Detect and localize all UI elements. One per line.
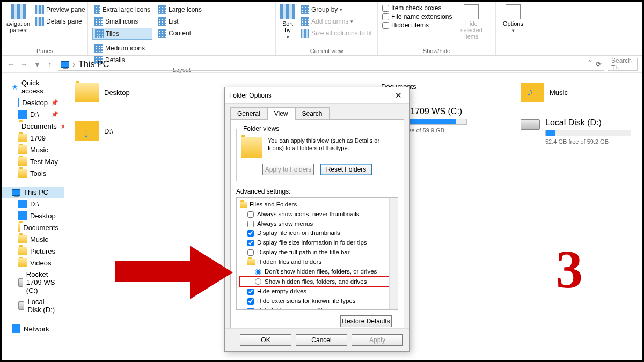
reset-folders-button[interactable]: Reset Folders	[320, 164, 372, 175]
qa-d-label: D:\	[30, 110, 39, 119]
cancel-button[interactable]: Cancel	[296, 334, 347, 346]
opt-hide-extensions-checkbox[interactable]	[247, 298, 254, 305]
opt-show-hidden[interactable]: Show hidden files, folders, and drives	[239, 276, 397, 288]
add-columns-button[interactable]: Add columns	[298, 16, 374, 27]
opt-hide-merge-conflicts[interactable]: Hide folder merge conflicts	[240, 306, 396, 310]
tree-root[interactable]: Files and Folders	[240, 200, 396, 210]
tab-general[interactable]: General	[230, 107, 267, 120]
opt-dont-show-hidden-radio[interactable]	[255, 269, 261, 275]
layout-extra-large[interactable]: Extra large icons	[92, 4, 152, 15]
search-box[interactable]: Search Th	[608, 58, 638, 71]
opt-hide-merge-conflicts-checkbox[interactable]	[247, 308, 254, 310]
options-icon	[506, 4, 521, 19]
back-button[interactable]: ←	[6, 60, 16, 69]
recent-locations-button[interactable]: ▾	[32, 60, 42, 69]
opt-hide-empty-drives[interactable]: Hide empty drives	[240, 287, 396, 297]
sidebar-pc-music[interactable]: Music	[2, 233, 64, 245]
sidebar-network[interactable]: Network	[2, 323, 64, 335]
restore-defaults-button[interactable]: Restore Defaults	[340, 315, 392, 327]
ok-button[interactable]: OK	[240, 334, 291, 346]
sidebar-qa-documents[interactable]: Documents📌	[2, 120, 64, 132]
opt-file-size-tips[interactable]: Display file size information in folder …	[240, 238, 396, 248]
forward-button[interactable]: →	[19, 60, 29, 69]
layout-tiles[interactable]: Tiles	[92, 28, 152, 40]
sidebar-qa-music[interactable]: Music	[2, 144, 64, 156]
sort-by-button[interactable]: Sort by	[280, 4, 295, 40]
sidebar-pc-rocket[interactable]: Rocket 1709 WS (C:)	[2, 269, 64, 296]
tile-music[interactable]: Music	[521, 83, 628, 102]
sidebar-pc-desktop[interactable]: Desktop	[2, 210, 64, 221]
sidebar-qa-desktop[interactable]: Desktop📌	[2, 97, 64, 108]
tab-search[interactable]: Search	[295, 107, 330, 120]
sidebar-qa-1709[interactable]: 1709	[2, 132, 64, 144]
qa-tools-label: Tools	[30, 169, 46, 178]
dialog-titlebar[interactable]: Folder Options ✕	[225, 87, 409, 104]
group-by-button[interactable]: Group by	[298, 4, 374, 15]
opt-file-icon-thumb[interactable]: Display file icon on thumbnails	[240, 228, 396, 238]
sidebar-pc-videos[interactable]: Videos	[2, 257, 64, 269]
tile-local-drive[interactable]: Local Disk (D:) 52.4 GB free of 59.2 GB	[521, 118, 631, 145]
opt-always-icons-checkbox[interactable]	[247, 211, 254, 218]
xl-label: Extra large icons	[103, 6, 150, 13]
list-label: List	[169, 18, 179, 25]
opt-always-icons[interactable]: Always show icons, never thumbnails	[240, 210, 396, 219]
navigation-pane-button[interactable]: avigation pane	[6, 4, 30, 33]
pc-videos-label: Videos	[30, 259, 52, 267]
opt-full-path-title-checkbox[interactable]	[247, 249, 254, 256]
sidebar-pc-pictures[interactable]: Pictures	[2, 245, 64, 257]
refresh-button[interactable]: ⟳	[596, 60, 602, 68]
sidebar-pc-local[interactable]: Local Disk (D:)	[2, 296, 64, 315]
up-button[interactable]: ↑	[45, 60, 55, 69]
preview-pane-button[interactable]: Preview pane	[33, 4, 87, 15]
lg-icon	[158, 5, 166, 14]
sidebar-qa-tools[interactable]: Tools	[2, 167, 64, 179]
options-button[interactable]: Options	[500, 4, 526, 33]
sidebar-pc-d[interactable]: D:\	[2, 198, 64, 210]
opt-hide-extensions-label: Hide extensions for known file types	[257, 297, 355, 306]
sidebar-pc-documents[interactable]: Documents	[2, 221, 64, 233]
navigation-sidebar: ★Quick access Desktop📌 D:\📌 Documents📌 1…	[2, 73, 64, 360]
pin-icon: 📌	[51, 111, 58, 118]
tree-hidden-files[interactable]: Hidden files and folders	[240, 257, 396, 267]
sidebar-qa-d[interactable]: D:\📌	[2, 108, 64, 120]
hidden-items-checkbox[interactable]	[382, 22, 389, 29]
opt-file-size-tips-checkbox[interactable]	[247, 240, 254, 246]
close-button[interactable]: ✕	[392, 91, 405, 100]
item-check-boxes-checkbox[interactable]	[382, 5, 389, 12]
opt-always-menus-checkbox[interactable]	[247, 221, 254, 227]
file-name-extensions-checkbox[interactable]	[382, 13, 389, 20]
tab-view[interactable]: View	[267, 107, 295, 120]
layout-large[interactable]: Large icons	[156, 4, 209, 15]
layout-medium[interactable]: Medium icons	[92, 43, 151, 54]
opt-hide-empty-drives-checkbox[interactable]	[247, 289, 254, 295]
sidebar-qa-testmay[interactable]: Test May	[2, 156, 64, 167]
opt-full-path-title[interactable]: Display the full path in the title bar	[240, 248, 396, 257]
layout-content[interactable]: Content	[156, 28, 209, 39]
address-box[interactable]: › This PC ˅ ⟳	[58, 58, 604, 71]
sidebar-this-pc[interactable]: This PC	[2, 187, 64, 198]
hidden-items-toggle[interactable]: Hidden items	[382, 21, 452, 29]
tile-d[interactable]: D:\	[75, 121, 182, 141]
opt-dont-show-hidden-label: Don't show hidden files, folders, or dri…	[265, 267, 377, 277]
size-all-columns-button[interactable]: Size all columns to fit	[298, 28, 374, 39]
opt-always-menus-label: Always show menus	[257, 219, 313, 229]
layout-small[interactable]: Small icons	[92, 16, 152, 27]
opt-always-menus[interactable]: Always show menus	[240, 219, 396, 229]
opt-hide-extensions[interactable]: Hide extensions for known file types	[240, 297, 396, 306]
file-name-extensions-toggle[interactable]: File name extensions	[382, 13, 452, 20]
apply-to-folders-button[interactable]: Apply to Folders	[262, 164, 314, 175]
details-pane-button[interactable]: Details pane	[33, 16, 87, 27]
opt-dont-show-hidden[interactable]: Don't show hidden files, folders, or dri…	[240, 267, 396, 277]
advanced-scrollbar[interactable]	[389, 198, 398, 309]
tile-desktop[interactable]: Desktop	[75, 83, 182, 102]
hide-selected-items-button[interactable]: Hide selected items	[455, 4, 487, 40]
layout-list[interactable]: List	[156, 16, 209, 27]
opt-file-icon-thumb-checkbox[interactable]	[247, 230, 254, 237]
sidebar-quick-access[interactable]: ★Quick access	[2, 77, 64, 97]
apply-button[interactable]: Apply	[352, 334, 403, 346]
opt-show-hidden-radio[interactable]	[255, 278, 261, 285]
local-name: Local Disk (D:)	[545, 118, 631, 128]
md-icon	[94, 44, 103, 53]
folder-icon	[18, 134, 27, 142]
item-check-boxes-toggle[interactable]: Item check boxes	[382, 4, 452, 12]
